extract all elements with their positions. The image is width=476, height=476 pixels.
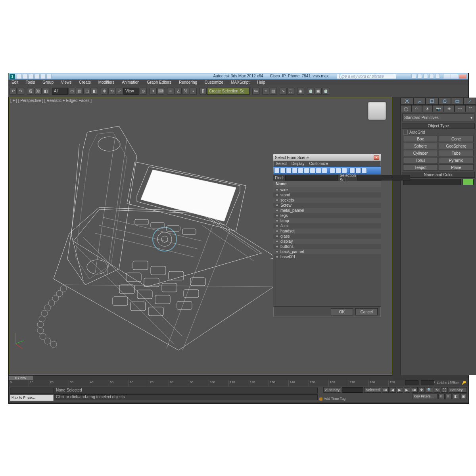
- nav-maximize-icon[interactable]: ⛶: [441, 387, 448, 393]
- pivot-icon[interactable]: ⊙: [140, 88, 147, 95]
- ref-coord-dropdown[interactable]: View: [123, 88, 139, 95]
- rotate-icon[interactable]: ⟲: [108, 88, 115, 95]
- object-name-input[interactable]: [403, 179, 461, 185]
- list-item[interactable]: black_pannel: [273, 249, 381, 254]
- create-tab-icon[interactable]: [401, 98, 413, 105]
- nav-pan-icon[interactable]: ✥: [418, 387, 425, 393]
- list-item[interactable]: buttons: [273, 244, 381, 249]
- list-item[interactable]: handset: [273, 228, 381, 234]
- percent-snap-icon[interactable]: %: [182, 88, 189, 95]
- selection-filter-dropdown[interactable]: All: [52, 88, 68, 95]
- systems-subtab-icon[interactable]: ☷: [465, 105, 476, 112]
- dialog-menu-select[interactable]: Select: [276, 161, 287, 166]
- set-key-button[interactable]: Set Key: [449, 387, 467, 393]
- primitive-teapot[interactable]: Teapot: [403, 164, 438, 171]
- help-icon[interactable]: [435, 74, 440, 79]
- close-button[interactable]: [459, 74, 467, 79]
- maxscript-mini-listener[interactable]: [10, 388, 54, 394]
- primitive-cone[interactable]: Cone: [439, 136, 474, 142]
- angle-snap-icon[interactable]: ∠: [175, 88, 182, 95]
- select-none-icon[interactable]: [336, 168, 341, 173]
- search-icon[interactable]: [411, 74, 416, 79]
- menu-tools[interactable]: Tools: [23, 80, 38, 85]
- list-item[interactable]: metal_pannel: [273, 208, 381, 213]
- curve-editor-icon[interactable]: ∿: [280, 88, 287, 95]
- dialog-menu-customize[interactable]: Customize: [309, 161, 328, 166]
- favorite-icon[interactable]: [429, 74, 434, 79]
- auto-key-button[interactable]: Auto Key: [323, 387, 341, 393]
- dialog-title-bar[interactable]: Select From Scene ×: [273, 154, 381, 161]
- nav-orbit-icon[interactable]: ⟲: [434, 387, 440, 393]
- configure-icon[interactable]: [361, 168, 367, 173]
- nav-zoom-all-icon[interactable]: ⌗: [445, 393, 452, 399]
- list-item[interactable]: Screw: [273, 203, 381, 208]
- menu-grapheditors[interactable]: Graph Editors: [144, 80, 175, 85]
- utilities-tab-icon[interactable]: [463, 98, 476, 105]
- dialog-ok-button[interactable]: OK: [331, 308, 353, 315]
- filter-groups-icon[interactable]: [310, 168, 315, 173]
- lights-subtab-icon[interactable]: ☀: [422, 105, 433, 112]
- filter-helpers-icon[interactable]: [298, 168, 303, 173]
- next-frame-icon[interactable]: ▶: [404, 387, 410, 393]
- filter-cameras-icon[interactable]: [292, 168, 298, 173]
- geometry-subtab-icon[interactable]: ◯: [401, 105, 411, 112]
- primitive-geosphere[interactable]: GeoSphere: [439, 143, 474, 149]
- menu-maxscript[interactable]: MAXScript: [228, 80, 253, 85]
- menu-customize[interactable]: Customize: [202, 80, 226, 85]
- cameras-subtab-icon[interactable]: 📷: [433, 105, 443, 112]
- align-icon[interactable]: ≡: [262, 88, 269, 95]
- primitive-plane[interactable]: Plane: [439, 164, 474, 171]
- key-filters-button[interactable]: Key Filters...: [412, 393, 438, 399]
- primitive-box[interactable]: Box: [403, 136, 438, 142]
- keyboard-shortcut-icon[interactable]: ⌨: [157, 88, 164, 95]
- autogrid-checkbox[interactable]: AutoGrid: [403, 130, 474, 134]
- material-editor-icon[interactable]: ◉: [297, 88, 304, 95]
- play-icon[interactable]: ▶: [397, 387, 403, 393]
- list-item[interactable]: display: [273, 239, 381, 244]
- render-setup-icon[interactable]: 🍵: [307, 88, 314, 95]
- schematic-icon[interactable]: ☶: [287, 88, 294, 95]
- menu-create[interactable]: Create: [76, 80, 94, 85]
- filter-xrefs-icon[interactable]: [316, 168, 321, 173]
- list-item[interactable]: Jack: [273, 223, 381, 228]
- menu-views[interactable]: Views: [58, 80, 75, 85]
- key-filters-dropdown[interactable]: [342, 387, 363, 393]
- frame-spinner-2[interactable]: [421, 380, 434, 385]
- menu-modifiers[interactable]: Modifiers: [95, 80, 118, 85]
- rollout-name-and-color[interactable]: Name and Color: [402, 172, 475, 178]
- nav-min-max-icon[interactable]: ▣: [460, 393, 467, 399]
- link-icon[interactable]: ⛓: [27, 88, 34, 95]
- maximize-button[interactable]: [451, 74, 459, 79]
- primitive-tube[interactable]: Tube: [439, 150, 474, 156]
- dialog-column-header[interactable]: Name: [273, 181, 381, 187]
- list-item[interactable]: wire: [273, 187, 381, 192]
- nav-zoom-extents-icon[interactable]: ⌗: [438, 393, 445, 399]
- list-item[interactable]: stand: [273, 192, 381, 198]
- rollout-object-type[interactable]: Object Type: [402, 123, 475, 129]
- layers-icon[interactable]: ▤: [270, 88, 277, 95]
- unlink-icon[interactable]: ⛓: [35, 88, 42, 95]
- primitive-torus[interactable]: Torus: [403, 157, 438, 163]
- list-item[interactable]: glass: [273, 234, 381, 239]
- select-name-icon[interactable]: ▤: [76, 88, 83, 95]
- subscription-icon[interactable]: [417, 74, 422, 79]
- modify-tab-icon[interactable]: [413, 98, 426, 105]
- list-item[interactable]: lamp: [273, 218, 381, 223]
- shapes-subtab-icon[interactable]: ◠: [411, 105, 422, 112]
- goto-end-icon[interactable]: ⏭: [411, 387, 418, 393]
- redo-icon[interactable]: ↷: [17, 88, 24, 95]
- render-icon[interactable]: 🍵: [322, 88, 329, 95]
- motion-tab-icon[interactable]: [438, 98, 451, 105]
- display-tab-icon[interactable]: [451, 98, 464, 105]
- select-object-icon[interactable]: ▭: [68, 88, 75, 95]
- filter-shapes-icon[interactable]: [280, 168, 286, 173]
- primitive-cylinder[interactable]: Cylinder: [403, 150, 438, 156]
- menu-help[interactable]: Help: [254, 80, 269, 85]
- select-invert-icon[interactable]: [342, 168, 347, 173]
- lock-icon[interactable]: 🔑: [462, 381, 466, 385]
- menu-animation[interactable]: Animation: [119, 80, 142, 85]
- manipulate-icon[interactable]: ✦: [150, 88, 157, 95]
- list-item[interactable]: sockets: [273, 198, 381, 203]
- category-dropdown[interactable]: Standard Primitives▾: [402, 113, 474, 121]
- dialog-object-list[interactable]: wire stand sockets Screw metal_pannel le…: [273, 187, 381, 306]
